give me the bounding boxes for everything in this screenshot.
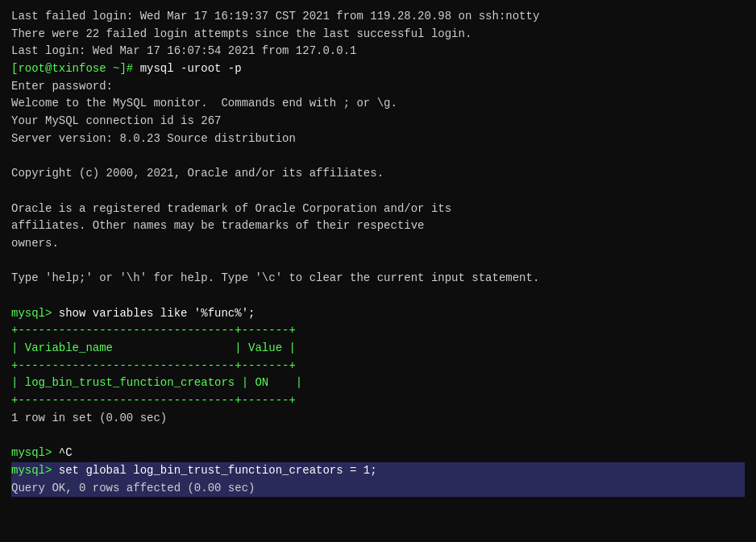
line-show-variables: mysql> show variables like '%func%'; xyxy=(11,305,745,323)
spacer-2 xyxy=(11,183,745,201)
line-enter-password: Enter password: xyxy=(11,78,745,96)
terminal-window: Last failed login: Wed Mar 17 16:19:37 C… xyxy=(0,0,756,542)
spacer-4 xyxy=(11,288,745,305)
line-server-version: Server version: 8.0.23 Source distributi… xyxy=(11,130,745,148)
line-welcome: Welcome to the MySQL monitor. Commands e… xyxy=(11,95,745,113)
line-query-ok: Query OK, 0 rows affected (0.00 sec) xyxy=(11,480,745,498)
line-root-prompt: [root@txinfose ~]# mysql -uroot -p xyxy=(11,60,745,78)
spacer-5 xyxy=(11,428,745,445)
line-failed-attempts: There were 22 failed login attempts sinc… xyxy=(11,26,745,43)
line-row-count: 1 row in set (0.00 sec) xyxy=(11,410,745,428)
line-oracle-1: Oracle is a registered trademark of Orac… xyxy=(11,201,745,218)
spacer-1 xyxy=(11,148,745,166)
line-table-header: | Variable_name | Value | xyxy=(11,340,745,358)
line-table-bottom: +--------------------------------+------… xyxy=(11,392,745,410)
line-table-sep: +--------------------------------+------… xyxy=(11,358,745,375)
line-help-hint: Type 'help;' or '\h' for help. Type '\c'… xyxy=(11,270,745,288)
line-connection-id: Your MySQL connection id is 267 xyxy=(11,113,745,130)
line-oracle-2: affiliates. Other names may be trademark… xyxy=(11,217,745,235)
spacer-3 xyxy=(11,253,745,271)
line-ctrl-c: mysql> ^C xyxy=(11,445,745,462)
line-table-row: | log_bin_trust_function_creators | ON | xyxy=(11,374,745,392)
line-copyright: Copyright (c) 2000, 2021, Oracle and/or … xyxy=(11,165,745,183)
line-table-top: +--------------------------------+------… xyxy=(11,322,745,340)
line-oracle-3: owners. xyxy=(11,235,745,253)
line-last-login: Last login: Wed Mar 17 16:07:54 2021 fro… xyxy=(11,43,745,60)
line-set-global: mysql> set global log_bin_trust_function… xyxy=(11,462,745,480)
line-failed-login: Last failed login: Wed Mar 17 16:19:37 C… xyxy=(11,8,745,26)
